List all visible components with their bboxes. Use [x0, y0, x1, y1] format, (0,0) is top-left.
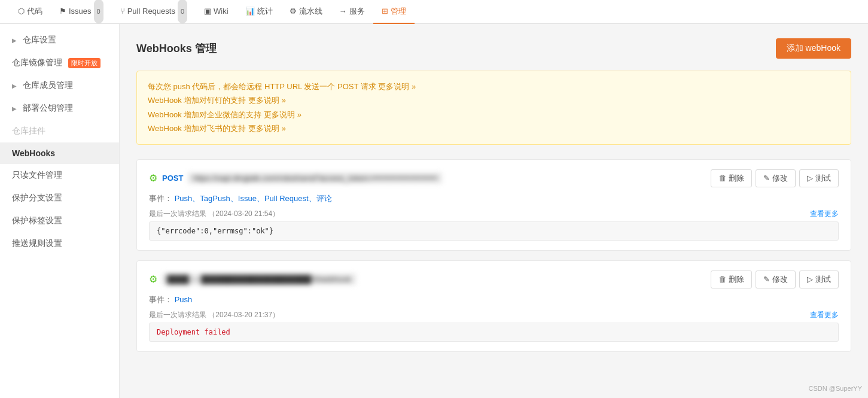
- webhook-result-body-2: Deployment failed: [149, 323, 839, 342]
- webhook-events-2: 事件： Push: [149, 294, 839, 305]
- webhook-events-1: 事件： Push、TagPush、Issue、Pull Request、评论: [149, 193, 839, 204]
- delete-icon-2: 🗑: [718, 275, 726, 284]
- arrow-icon: ▶: [12, 37, 17, 44]
- nav-wiki[interactable]: ▣ Wiki: [196, 0, 237, 24]
- nav-stats[interactable]: 📊 统计: [237, 0, 281, 24]
- webhook-icon-1: ⚙: [149, 172, 157, 184]
- test-icon-2: ▷: [807, 275, 813, 284]
- nav-pipeline[interactable]: ⚙ 流水线: [281, 0, 331, 24]
- sidebar-item-push-rules[interactable]: 推送规则设置: [0, 232, 119, 255]
- sidebar-item-webhooks[interactable]: WebHooks: [0, 142, 119, 164]
- top-nav: ⬡ 代码 ⚑ Issues 0 ⑂ Pull Requests 0 ▣ Wiki…: [0, 0, 868, 24]
- webhook-method-1: POST: [162, 174, 183, 183]
- page-header: WebHooks 管理 添加 webHook: [136, 38, 851, 59]
- test-icon-1: ▷: [807, 174, 813, 183]
- nav-service[interactable]: → 服务: [331, 0, 373, 24]
- arrow-icon-3: ▶: [12, 105, 17, 112]
- webhook-actions-1: 🗑 删除 ✎ 修改 ▷ 测试: [711, 169, 839, 187]
- wiki-icon: ▣: [204, 0, 211, 23]
- pr-icon: ⑂: [120, 0, 125, 23]
- edit-icon-1: ✎: [763, 174, 770, 183]
- webhook-icon-2: ⚙: [149, 274, 157, 285]
- view-more-1[interactable]: 查看更多: [810, 209, 839, 219]
- webhook-url-text-1: https://oapi.dingtalk.com/robot/send?acc…: [188, 172, 442, 184]
- sidebar-item-members[interactable]: ▶ 仓库成员管理: [0, 74, 119, 97]
- webhook-header-1: ⚙ POST https://oapi.dingtalk.com/robot/s…: [149, 169, 839, 187]
- sidebar-item-repo-settings[interactable]: ▶ 仓库设置: [0, 29, 119, 51]
- watermark: CSDN @SuperYY: [809, 385, 862, 392]
- webhook-url-text-2: ████ — ████████████████████/0/webhook: [162, 274, 356, 285]
- page-title: WebHooks 管理: [136, 41, 217, 56]
- sidebar-item-mirror[interactable]: 仓库镜像管理 限时开放: [0, 51, 119, 74]
- delete-icon-1: 🗑: [718, 174, 726, 183]
- pipeline-icon: ⚙: [290, 0, 297, 23]
- delete-button-1[interactable]: 🗑 删除: [711, 169, 752, 187]
- nav-pull-requests[interactable]: ⑂ Pull Requests 0: [112, 0, 196, 24]
- edit-button-2[interactable]: ✎ 修改: [756, 271, 796, 288]
- info-line-4: WebHook 增加对飞书的支持 更多说明 »: [148, 121, 840, 135]
- service-icon: →: [339, 0, 347, 23]
- webhook-url-1: ⚙ POST https://oapi.dingtalk.com/robot/s…: [149, 172, 711, 184]
- info-line-1: 每次您 push 代码后，都会给远程 HTTP URL 发送一个 POST 请求…: [148, 80, 840, 93]
- test-button-2[interactable]: ▷ 测试: [799, 271, 839, 288]
- add-webhook-button[interactable]: 添加 webHook: [776, 38, 851, 59]
- info-box: 每次您 push 代码后，都会给远程 HTTP URL 发送一个 POST 请求…: [136, 71, 851, 145]
- sidebar-item-plugins: 仓库挂件: [0, 120, 119, 142]
- webhook-item-1: ⚙ POST https://oapi.dingtalk.com/robot/s…: [136, 159, 851, 251]
- nav-manage[interactable]: ⊞ 管理: [373, 0, 415, 24]
- webhook-actions-2: 🗑 删除 ✎ 修改 ▷ 测试: [711, 271, 839, 288]
- code-icon: ⬡: [18, 0, 25, 23]
- edit-button-1[interactable]: ✎ 修改: [756, 169, 796, 187]
- nav-code[interactable]: ⬡ 代码: [10, 0, 51, 24]
- test-button-1[interactable]: ▷ 测试: [799, 169, 839, 187]
- main-content: WebHooks 管理 添加 webHook 每次您 push 代码后，都会给远…: [120, 24, 868, 398]
- sidebar-item-protect-tags[interactable]: 保护标签设置: [0, 209, 119, 232]
- sidebar-item-deploy-keys[interactable]: ▶ 部署公钥管理: [0, 97, 119, 120]
- sidebar: ▶ 仓库设置 仓库镜像管理 限时开放 ▶ 仓库成员管理 ▶ 部署公钥管理 仓库挂…: [0, 24, 120, 398]
- webhook-result-time-1: 最后一次请求结果 （2024-03-20 21:54）: [149, 209, 279, 219]
- sidebar-item-readonly-files[interactable]: 只读文件管理: [0, 164, 119, 187]
- layout: ▶ 仓库设置 仓库镜像管理 限时开放 ▶ 仓库成员管理 ▶ 部署公钥管理 仓库挂…: [0, 24, 868, 398]
- webhook-header-2: ⚙ ████ — ████████████████████/0/webhook …: [149, 271, 839, 288]
- nav-issues[interactable]: ⚑ Issues 0: [51, 0, 112, 24]
- webhook-result-time-2: 最后一次请求结果 （2024-03-20 21:37）: [149, 310, 279, 320]
- arrow-icon-2: ▶: [12, 83, 17, 89]
- delete-button-2[interactable]: 🗑 删除: [711, 271, 752, 288]
- issues-icon: ⚑: [59, 0, 66, 23]
- stats-icon: 📊: [245, 0, 255, 23]
- info-line-3: WebHook 增加对企业微信的支持 更多说明 »: [148, 108, 840, 121]
- view-more-2[interactable]: 查看更多: [810, 310, 839, 320]
- manage-icon: ⊞: [382, 0, 388, 23]
- webhook-url-2: ⚙ ████ — ████████████████████/0/webhook: [149, 274, 711, 285]
- webhook-item-2: ⚙ ████ — ████████████████████/0/webhook …: [136, 260, 851, 352]
- sidebar-item-protect-branch[interactable]: 保护分支设置: [0, 187, 119, 209]
- edit-icon-2: ✎: [763, 275, 770, 284]
- info-line-2: WebHook 增加对钉钉的支持 更多说明 »: [148, 93, 840, 107]
- webhook-result-header-2: 最后一次请求结果 （2024-03-20 21:37） 查看更多: [149, 310, 839, 320]
- webhook-result-body-1: {"errcode":0,"errmsg":"ok"}: [149, 221, 839, 241]
- webhook-result-header-1: 最后一次请求结果 （2024-03-20 21:54） 查看更多: [149, 209, 839, 219]
